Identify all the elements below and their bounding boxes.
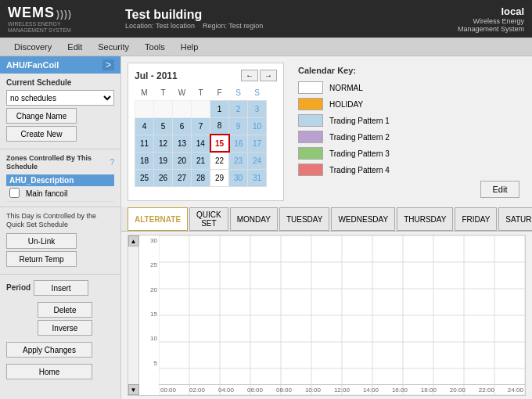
calendar-next-button[interactable]: → bbox=[260, 70, 277, 81]
zones-help-link[interactable]: ? bbox=[110, 158, 114, 167]
home-button[interactable]: Home bbox=[6, 364, 92, 379]
calendar-day[interactable]: 5 bbox=[154, 117, 173, 135]
calendar-day[interactable]: 12 bbox=[154, 135, 173, 152]
building-info: Location: Test location Region: Test reg… bbox=[125, 22, 458, 30]
logo-area: WEMS)))) WIRELESS ENERGYMANAGEMENT SYSTE… bbox=[8, 5, 117, 33]
header-building: Test building Location: Test location Re… bbox=[117, 8, 458, 30]
upper-content: Jul - 2011 ← → M T W T F S bbox=[121, 56, 532, 207]
calendar-day[interactable]: 15 bbox=[210, 135, 229, 152]
status-badge: local bbox=[458, 5, 524, 17]
calendar-day[interactable]: 23 bbox=[229, 152, 248, 169]
scroll-up-arrow[interactable]: ▲ bbox=[128, 235, 139, 246]
insert-button[interactable]: Insert bbox=[34, 280, 88, 296]
calendar-day[interactable]: 11 bbox=[135, 135, 154, 152]
calendar-day[interactable]: 29 bbox=[210, 169, 229, 186]
zone-checkbox[interactable] bbox=[9, 188, 20, 198]
calendar-day[interactable]: 13 bbox=[173, 135, 192, 152]
logo-text: WEMS)))) bbox=[8, 5, 72, 21]
tab-alternate[interactable]: ALTERNATE bbox=[128, 207, 188, 231]
calendar-day[interactable]: 20 bbox=[173, 152, 192, 169]
tab-wednesday[interactable]: WEDNESDAY bbox=[331, 207, 395, 231]
tab-thursday[interactable]: THURSDAY bbox=[397, 207, 453, 231]
day-header-thu: T bbox=[192, 86, 210, 100]
tab-quick-set[interactable]: QUICK SET bbox=[189, 207, 228, 231]
tab-tuesday[interactable]: TUESDAY bbox=[279, 207, 330, 231]
change-name-button[interactable]: Change Name bbox=[6, 108, 77, 124]
calendar-container: Jul - 2011 ← → M T W T F S bbox=[128, 63, 284, 201]
nav-help[interactable]: Help bbox=[173, 38, 207, 56]
unlink-button[interactable]: Un-Link bbox=[6, 233, 77, 249]
period-section: Period Insert Delete Inverse Apply Chang… bbox=[0, 275, 120, 385]
calendar-day[interactable]: 3 bbox=[248, 100, 267, 117]
calendar-day[interactable]: 1 bbox=[210, 100, 229, 117]
calendar-day[interactable]: 16 bbox=[229, 135, 248, 152]
tab-friday[interactable]: FRIDAY bbox=[455, 207, 497, 231]
main-container: AHU/FanCoil > Current Schedule no schedu… bbox=[0, 56, 532, 399]
scroll-down-arrow[interactable]: ▼ bbox=[128, 384, 139, 395]
calendar-day[interactable]: 7 bbox=[192, 117, 210, 135]
x-axis-label: 14:00 bbox=[363, 386, 379, 394]
chart-area: ▲ ▼ 30252015105 00:0002:0004:0006:0008:0… bbox=[128, 235, 526, 396]
tab-saturday[interactable]: SATURDAY bbox=[498, 207, 532, 231]
calendar-day[interactable]: 21 bbox=[192, 152, 210, 169]
x-axis-label: 02:00 bbox=[189, 386, 205, 394]
ahu-expand-button[interactable]: > bbox=[102, 59, 114, 70]
calendar-day[interactable]: 18 bbox=[135, 152, 154, 169]
x-axis-label: 10:00 bbox=[305, 386, 321, 394]
calendar-day[interactable]: 30 bbox=[229, 169, 248, 186]
building-name: Test building bbox=[125, 8, 458, 22]
header: WEMS)))) WIRELESS ENERGYMANAGEMENT SYSTE… bbox=[0, 0, 532, 38]
calendar-day[interactable]: 24 bbox=[248, 152, 267, 169]
ahu-fancoil-tab[interactable]: AHU/FanCoil > bbox=[0, 56, 120, 74]
calendar-day[interactable]: 28 bbox=[192, 169, 210, 186]
calendar-day[interactable] bbox=[192, 100, 210, 117]
calendar-day[interactable]: 14 bbox=[192, 135, 210, 152]
calendar-day[interactable]: 9 bbox=[229, 117, 248, 135]
zones-table: AHU_Description Main fancoil bbox=[6, 174, 114, 202]
calendar-day[interactable]: 31 bbox=[248, 169, 267, 186]
key-trading1-label: Trading Pattern 1 bbox=[329, 117, 390, 125]
x-axis-label: 22:00 bbox=[479, 386, 494, 394]
calendar-day[interactable]: 10 bbox=[248, 117, 267, 135]
calendar-header: Jul - 2011 ← → bbox=[135, 70, 277, 81]
chart-inner: 30252015105 00:0002:0004:0006:0008:0010:… bbox=[139, 235, 525, 395]
x-axis-label: 16:00 bbox=[392, 386, 408, 394]
calendar-day[interactable]: 26 bbox=[154, 169, 173, 186]
schedule-dropdown[interactable]: no schedules bbox=[6, 90, 114, 106]
nav-security[interactable]: Security bbox=[90, 38, 137, 56]
calendar-prev-button[interactable]: ← bbox=[241, 70, 258, 81]
edit-button[interactable]: Edit bbox=[480, 181, 519, 198]
return-temp-button[interactable]: Return Temp bbox=[6, 251, 77, 267]
zones-column-header: AHU_Description bbox=[6, 174, 114, 186]
nav-tools[interactable]: Tools bbox=[137, 38, 173, 56]
zones-section: Zones Controlled By This Schedule ? AHU_… bbox=[0, 149, 120, 207]
create-new-button[interactable]: Create New bbox=[6, 126, 77, 142]
inverse-button[interactable]: Inverse bbox=[38, 320, 92, 336]
calendar-day[interactable]: 6 bbox=[173, 117, 192, 135]
calendar-day[interactable] bbox=[173, 100, 192, 117]
tab-monday[interactable]: MONDAY bbox=[230, 207, 278, 231]
calendar-day[interactable]: 27 bbox=[173, 169, 192, 186]
nav-discovery[interactable]: Discovery bbox=[6, 38, 59, 56]
key-trading1: Trading Pattern 1 bbox=[298, 114, 519, 127]
zones-row: Main fancoil bbox=[6, 186, 114, 202]
calendar-day[interactable]: 2 bbox=[229, 100, 248, 117]
calendar-day[interactable]: 25 bbox=[135, 169, 154, 186]
calendar-day[interactable]: 22 bbox=[210, 152, 229, 169]
day-header-fri: F bbox=[210, 86, 229, 100]
calendar-day[interactable]: 8 bbox=[210, 117, 229, 135]
x-axis-label: 20:00 bbox=[450, 386, 466, 394]
calendar-day[interactable]: 17 bbox=[248, 135, 267, 152]
calendar-day[interactable]: 4 bbox=[135, 117, 154, 135]
x-axis-label: 04:00 bbox=[218, 386, 234, 394]
calendar-grid: M T W T F S S 12345678910111213141516171… bbox=[135, 86, 267, 187]
y-axis-label: 20 bbox=[141, 286, 157, 293]
calendar-day[interactable]: 19 bbox=[154, 152, 173, 169]
y-axis-label: 5 bbox=[141, 360, 157, 367]
calendar-day[interactable] bbox=[135, 100, 154, 117]
period-row: Period Insert bbox=[6, 278, 114, 298]
apply-changes-button[interactable]: Apply Changes bbox=[6, 342, 92, 358]
delete-button[interactable]: Delete bbox=[38, 302, 92, 318]
calendar-day[interactable] bbox=[154, 100, 173, 117]
nav-edit[interactable]: Edit bbox=[59, 38, 90, 56]
